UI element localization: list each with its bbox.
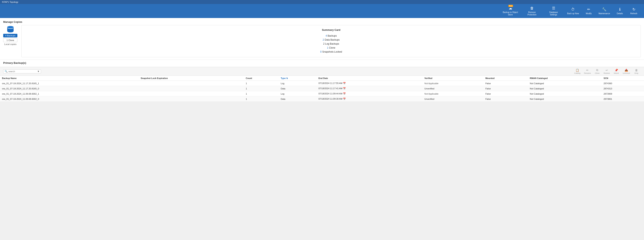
restore-icon: ↩	[606, 68, 608, 72]
clone-count-button[interactable]: 1 Clone	[3, 38, 18, 42]
cell-scn: 2874313	[602, 86, 644, 91]
toolbar-refresh[interactable]: ↻ Refresh	[627, 6, 641, 16]
primary-backups-title: Primary Backup(s)	[3, 62, 641, 64]
maintenance-label: Maintenance	[598, 12, 610, 15]
col-mounted: Mounted	[484, 76, 528, 81]
cell-mounted: False	[484, 91, 528, 96]
local-copies-card: 4 Backups 1 Clone Local copies	[3, 25, 18, 46]
cell-backup-name: ora_01_07-18-2024_11.17.20.8165_0	[0, 86, 138, 91]
manage-copies-header: Manage Copies	[0, 18, 644, 25]
type-sort-icon[interactable]: ⇅	[286, 77, 288, 80]
refresh-icon: ↻	[632, 7, 636, 12]
modify-label: Modify	[586, 12, 592, 15]
toolbar-modify[interactable]: ✏ Modify	[582, 6, 596, 16]
trash-icon: 🗑	[530, 6, 534, 10]
title-bar: NTAP1 Topology	[0, 0, 644, 4]
cell-verified: Unverified	[422, 96, 484, 102]
mount-icon: 📌	[614, 68, 618, 72]
info-icon: ℹ	[619, 7, 620, 12]
cell-type: Data	[278, 86, 316, 91]
database-settings-label: Database Settings	[546, 11, 562, 16]
table-body: ora_01_07-18-2024_11.17.20.8165_11Log07/…	[0, 81, 644, 102]
search-box[interactable]: 🔍 ▼	[3, 70, 41, 74]
table-row[interactable]: ora_01_07-18-2024_11.09.08.6002_11Log07/…	[0, 91, 644, 96]
col-rman-cataloged: RMAN Cataloged	[528, 76, 602, 81]
cell-backup-name: ora_01_07-18-2024_11.09.08.6002_1	[0, 91, 138, 96]
col-count: Count	[244, 76, 279, 81]
clone-icon: ⧉	[596, 68, 598, 72]
cell-backup-name: ora_01_07-18-2024_11.17.20.8165_1	[0, 81, 138, 86]
search-input[interactable]	[8, 70, 36, 72]
summary-clone-count[interactable]: 1	[327, 46, 328, 49]
svg-point-1	[7, 26, 14, 28]
mount-button[interactable]: 📌 Mount	[612, 68, 620, 75]
cell-mounted: False	[484, 86, 528, 91]
clone-button[interactable]: ⧉ Clone	[593, 68, 602, 75]
cell-verified: Not Applicable	[422, 91, 484, 96]
cell-scn: 2873861	[602, 96, 644, 102]
cell-verified: Not Applicable	[422, 81, 484, 86]
summary-card-title: Summary Card	[26, 28, 636, 32]
toolbar-details[interactable]: ℹ Details	[613, 6, 627, 16]
new-badge: New	[508, 5, 513, 7]
cell-count: 1	[244, 86, 279, 91]
drop-label: Drop	[634, 72, 638, 74]
cell-type: Data	[278, 96, 316, 102]
action-icons: 📋 Catalog ✏ Rename ⧉ Clone ↩ Restore 📌 M…	[572, 68, 641, 75]
summary-data-backups: 2 Data Backups	[26, 38, 636, 42]
unmount-button[interactable]: 📤 Unmount	[621, 68, 632, 75]
rename-label: Rename	[584, 72, 591, 74]
app-title: NTAP1 Topology	[2, 1, 18, 3]
col-scn: SCN	[602, 76, 644, 81]
secondary-toolbar: 🔍 ▼ 📋 Catalog ✏ Rename ⧉ Clone ↩ Restore	[0, 67, 644, 76]
table-row[interactable]: ora_01_07-18-2024_11.09.08.6002_01Data07…	[0, 96, 644, 102]
cell-rman-cataloged: Not Cataloged	[528, 96, 602, 102]
restore-button[interactable]: ↩ Restore	[602, 68, 612, 75]
summary-backups-count[interactable]: 4	[326, 34, 327, 37]
drop-button[interactable]: 🗑 Drop	[632, 68, 641, 75]
summary-snapshots-count[interactable]: 0	[320, 50, 322, 53]
summary-data-backups-count[interactable]: 2	[322, 38, 324, 41]
catalog-icon: 📋	[576, 68, 579, 72]
col-backup-name: Backup Name	[0, 76, 138, 81]
cell-end-date: 07/18/2024 11:17:41 AM 📅	[316, 86, 422, 91]
cell-mounted: False	[484, 96, 528, 102]
col-end-date: End Date	[316, 76, 422, 81]
cell-count: 1	[244, 81, 279, 86]
cell-scn: 2873909	[602, 91, 644, 96]
cloud-icon-wrap: New ☁	[508, 6, 512, 10]
table-row[interactable]: ora_01_07-18-2024_11.17.20.8165_11Log07/…	[0, 81, 644, 86]
back-up-now-label: Back up Now	[567, 12, 579, 15]
remove-protection-label: Remove Protection	[524, 11, 540, 16]
unmount-label: Unmount	[622, 72, 630, 74]
cell-end-date: 07/18/2024 11:09:30 AM 📅	[316, 96, 422, 102]
toolbar-database-settings[interactable]: ☰ Database Settings	[543, 5, 564, 17]
col-snapshot-lock: Snapshot Lock Expiration	[138, 76, 244, 81]
backups-count-button[interactable]: 4 Backups	[3, 34, 18, 38]
drop-icon: 🗑	[635, 68, 638, 72]
cell-scn: 2874360	[602, 81, 644, 86]
refresh-label: Refresh	[630, 12, 637, 15]
toolbar-back-up-now[interactable]: ⏱ Back up Now	[564, 6, 582, 16]
cell-count: 1	[244, 91, 279, 96]
wrench-icon: 🔧	[602, 7, 606, 12]
catalog-button[interactable]: 📋 Catalog	[572, 68, 582, 75]
filter-icon[interactable]: ▼	[37, 70, 40, 73]
col-type[interactable]: Type ⇅	[278, 76, 316, 81]
summary-log-backups-count[interactable]: 2	[323, 42, 324, 45]
search-icon: 🔍	[4, 70, 8, 73]
database-icon	[6, 25, 14, 33]
toolbar-backup-object-store[interactable]: New ☁ Backup to Object Store	[500, 5, 521, 17]
rename-button[interactable]: ✏ Rename	[582, 68, 592, 75]
table-row[interactable]: ora_01_07-18-2024_11.17.20.8165_01Data07…	[0, 86, 644, 91]
toolbar-maintenance[interactable]: 🔧 Maintenance	[596, 6, 613, 16]
primary-backups-section: Primary Backup(s)	[0, 60, 644, 67]
rename-icon: ✏	[586, 68, 588, 72]
toolbar-remove-protection[interactable]: 🗑 Remove Protection	[521, 6, 543, 17]
cell-end-date: 07/18/2024 11:17:55 AM 📅	[316, 81, 422, 86]
backup-object-store-label: Backup to Object Store	[502, 11, 518, 16]
catalog-label: Catalog	[574, 72, 580, 74]
cell-snapshot-lock	[138, 91, 244, 96]
cell-rman-cataloged: Not Cataloged	[528, 86, 602, 91]
clock-icon: ⏱	[571, 8, 575, 12]
